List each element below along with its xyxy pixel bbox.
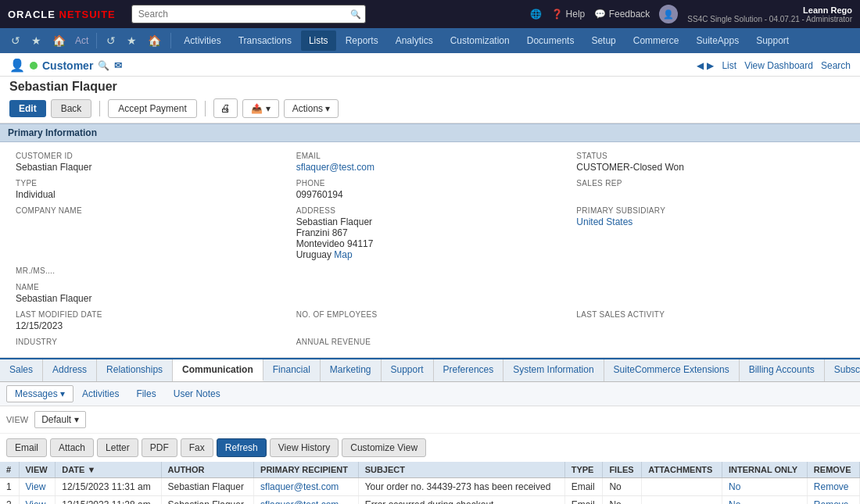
col-attachments: ATTACHMENTS bbox=[642, 462, 722, 478]
email-link[interactable]: sflaquer@test.com bbox=[296, 162, 374, 173]
print-button[interactable]: 🖨 bbox=[213, 98, 238, 118]
tab-subscriptions[interactable]: Subscriptions bbox=[825, 359, 860, 381]
main-nav: ↺ ★ 🏠 Act ↺ ★ 🏠 Activities Transactions … bbox=[0, 28, 860, 53]
view-default-value: Default bbox=[41, 414, 71, 425]
action-buttons: Email Attach Letter PDF Fax Refresh View… bbox=[0, 434, 860, 462]
tab-preferences[interactable]: Preferences bbox=[434, 359, 504, 381]
empty-right2 bbox=[570, 280, 851, 307]
nav-reports[interactable]: Reports bbox=[338, 30, 386, 51]
saved-icon[interactable]: ★ bbox=[122, 31, 142, 50]
files-tab[interactable]: Files bbox=[127, 385, 164, 402]
favorites-icon[interactable]: ★ bbox=[27, 31, 46, 50]
primary-subsidiary-cell: PRIMARY SUBSIDIARY United States bbox=[570, 203, 851, 263]
act-label[interactable]: Act bbox=[72, 35, 91, 46]
nav-lists[interactable]: Lists bbox=[301, 30, 336, 51]
view-dropdown-arrow: ▾ bbox=[74, 414, 79, 425]
tab-marketing[interactable]: Marketing bbox=[321, 359, 382, 381]
col-author: AUTHOR bbox=[161, 462, 254, 478]
nav-divider2 bbox=[170, 33, 171, 48]
nav-setup[interactable]: Setup bbox=[583, 30, 623, 51]
tab-system-information[interactable]: System Information bbox=[503, 359, 604, 381]
tab-suitecommerce[interactable]: SuiteCommerce Extensions bbox=[604, 359, 740, 381]
search-header-link[interactable]: Search bbox=[821, 60, 851, 71]
view-row: VIEW Default ▾ bbox=[0, 406, 860, 434]
user-notes-tab[interactable]: User Notes bbox=[165, 385, 229, 402]
tab-support[interactable]: Support bbox=[382, 359, 434, 381]
view-history-button[interactable]: View History bbox=[270, 438, 339, 457]
nav-support[interactable]: Support bbox=[748, 30, 797, 51]
internal-only-0[interactable]: No bbox=[729, 481, 740, 492]
pdf-button[interactable]: PDF bbox=[142, 438, 177, 457]
home-icon[interactable]: 🏠 bbox=[48, 31, 70, 50]
refresh-button[interactable]: Refresh bbox=[217, 438, 267, 457]
view-link-0[interactable]: View bbox=[26, 481, 46, 492]
remove-link-1[interactable]: Remove bbox=[814, 499, 849, 504]
send-dropdown[interactable]: 📤 ▾ bbox=[242, 99, 279, 118]
list-link[interactable]: List bbox=[722, 60, 736, 71]
tab-sales[interactable]: Sales bbox=[0, 359, 43, 381]
nav-commerce[interactable]: Commerce bbox=[625, 30, 687, 51]
dashboard-icon[interactable]: 🏠 bbox=[143, 31, 166, 50]
nav-analytics[interactable]: Analytics bbox=[388, 30, 441, 51]
tab-relationships[interactable]: Relationships bbox=[97, 359, 173, 381]
type-cell: TYPE Individual bbox=[9, 176, 290, 203]
view-select[interactable]: Default ▾ bbox=[34, 411, 86, 428]
nav-documents[interactable]: Documents bbox=[519, 30, 582, 51]
prev-arrow[interactable]: ◀ bbox=[697, 60, 704, 71]
customer-id-cell: CUSTOMER ID Sebastian Flaquer bbox=[9, 148, 290, 176]
user-avatar: 👤 bbox=[659, 5, 678, 23]
email-cell: EMAIL sflaquer@test.com bbox=[290, 148, 571, 176]
internal-only-1[interactable]: No bbox=[729, 499, 740, 504]
tab-billing-accounts[interactable]: Billing Accounts bbox=[740, 359, 825, 381]
col-recipient: PRIMARY RECIPIENT bbox=[254, 462, 359, 478]
help-link[interactable]: ❓ Help bbox=[551, 9, 585, 20]
col-date[interactable]: DATE ▼ bbox=[56, 462, 161, 478]
messages-area: Messages ▾ Activities Files User Notes V… bbox=[0, 382, 860, 504]
view-link-1[interactable]: View bbox=[26, 499, 46, 504]
customize-view-button[interactable]: Customize View bbox=[342, 438, 426, 457]
nav-transactions[interactable]: Transactions bbox=[231, 30, 299, 51]
primary-info: CUSTOMER ID Sebastian Flaquer EMAIL sfla… bbox=[0, 142, 860, 358]
status-cell: STATUS CUSTOMER-Closed Won bbox=[570, 148, 851, 176]
email-breadcrumb-icon[interactable]: ✉ bbox=[114, 60, 122, 71]
accept-payment-button[interactable]: Accept Payment bbox=[108, 99, 196, 118]
search-breadcrumb-icon[interactable]: 🔍 bbox=[98, 60, 109, 71]
recipient-link-0[interactable]: sflaquer@test.com bbox=[260, 481, 339, 492]
view-dashboard-link[interactable]: View Dashboard bbox=[744, 60, 813, 71]
globe-icon[interactable]: 🌐 bbox=[530, 9, 542, 20]
map-link[interactable]: Map bbox=[334, 249, 352, 260]
activities-tab[interactable]: Activities bbox=[73, 385, 127, 402]
tab-address[interactable]: Address bbox=[43, 359, 97, 381]
feedback-link[interactable]: 💬 Feedback bbox=[594, 9, 650, 20]
annual-revenue-cell: ANNUAL REVENUE bbox=[290, 334, 571, 351]
letter-button[interactable]: Letter bbox=[97, 438, 138, 457]
recipient-link-1[interactable]: sflaquer@test.com bbox=[260, 499, 339, 504]
messages-tab[interactable]: Messages ▾ bbox=[6, 385, 73, 402]
oracle-logo: ORACLE NETSUITE bbox=[8, 9, 116, 20]
actions-button[interactable]: Actions ▾ bbox=[284, 99, 339, 118]
col-type: TYPE bbox=[564, 462, 603, 478]
recent-icon[interactable]: ↺ bbox=[102, 31, 120, 50]
next-arrow[interactable]: ▶ bbox=[707, 60, 714, 71]
fax-button[interactable]: Fax bbox=[181, 438, 213, 457]
record-title-area: Sebastian Flaquer Edit Back Accept Payme… bbox=[0, 77, 860, 123]
search-bar: 🔍 bbox=[131, 5, 366, 23]
col-num: # bbox=[0, 462, 19, 478]
email-button[interactable]: Email bbox=[6, 438, 47, 457]
search-input[interactable] bbox=[131, 5, 366, 23]
edit-button[interactable]: Edit bbox=[9, 100, 46, 117]
history-icon[interactable]: ↺ bbox=[6, 31, 25, 50]
breadcrumb-label: Customer bbox=[42, 59, 93, 72]
nav-suiteapps[interactable]: SuiteApps bbox=[688, 30, 747, 51]
nav-activities[interactable]: Activities bbox=[176, 30, 228, 51]
nav-customization[interactable]: Customization bbox=[443, 30, 518, 51]
back-button[interactable]: Back bbox=[51, 99, 92, 118]
header-right: ◀ ▶ List View Dashboard Search bbox=[697, 60, 851, 71]
attach-button[interactable]: Attach bbox=[50, 438, 94, 457]
remove-link-0[interactable]: Remove bbox=[814, 481, 849, 492]
table-row: 1 View 12/15/2023 11:31 am Sebastian Fla… bbox=[0, 478, 860, 496]
tab-communication[interactable]: Communication bbox=[173, 359, 263, 381]
subsidiary-link[interactable]: United States bbox=[576, 216, 632, 227]
tab-financial[interactable]: Financial bbox=[263, 359, 321, 381]
send-icon: 📤 bbox=[251, 103, 263, 114]
